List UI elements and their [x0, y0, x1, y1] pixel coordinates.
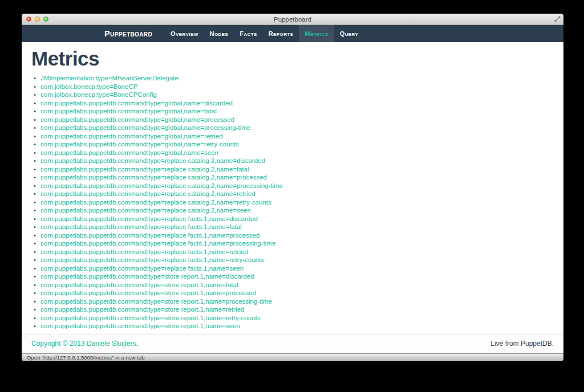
- metric-link[interactable]: com.puppetlabs.puppetdb.command:type=sto…: [40, 273, 254, 280]
- metric-link[interactable]: com.puppetlabs.puppetdb.command:type=sto…: [40, 306, 244, 313]
- metric-link[interactable]: com.puppetlabs.puppetdb.command:type=sto…: [40, 281, 238, 288]
- nav-item-nodes[interactable]: Nodes: [204, 25, 234, 42]
- metric-link[interactable]: com.puppetlabs.puppetdb.command:type=rep…: [40, 223, 242, 230]
- resize-icon[interactable]: [554, 16, 561, 22]
- metric-list-item: com.puppetlabs.puppetdb.command:type=rep…: [34, 264, 554, 273]
- copyright-text: Copyright © 2013 Daniele Sluijters.: [31, 340, 138, 348]
- metric-list-item: com.jolbox.bonecp:type=BoneCP: [34, 83, 554, 91]
- metric-list-item: com.puppetlabs.puppetdb.command:type=sto…: [34, 272, 554, 281]
- metric-link[interactable]: com.puppetlabs.puppetdb.command:type=sto…: [40, 289, 256, 296]
- metric-link[interactable]: com.puppetlabs.puppetdb.command:type=rep…: [40, 240, 275, 247]
- metric-list-item: JMImplementation:type=MBeanServerDelegat…: [34, 74, 554, 83]
- metric-link[interactable]: com.puppetlabs.puppetdb.command:type=rep…: [40, 256, 264, 263]
- metric-link[interactable]: com.puppetlabs.puppetdb.command:type=rep…: [40, 157, 265, 164]
- metric-list-item: com.puppetlabs.puppetdb.command:type=sto…: [34, 289, 554, 297]
- nav-item-facts[interactable]: Facts: [234, 25, 263, 42]
- metric-link[interactable]: com.puppetlabs.puppetdb.command:type=glo…: [40, 116, 234, 123]
- metric-list-item: com.puppetlabs.puppetdb.command:type=rep…: [34, 256, 554, 264]
- metric-list-item: com.puppetlabs.puppetdb.command:type=sto…: [34, 322, 554, 330]
- metric-list-item: com.puppetlabs.puppetdb.command:type=rep…: [34, 165, 554, 174]
- nav-item-reports[interactable]: Reports: [263, 25, 299, 42]
- metric-list-item: com.puppetlabs.puppetdb.command:type=rep…: [34, 173, 554, 182]
- metric-list-item: com.puppetlabs.puppetdb.command:type=sto…: [34, 297, 554, 306]
- page-title: Metrics: [31, 47, 554, 70]
- metric-list-item: com.puppetlabs.puppetdb.command:type=glo…: [34, 132, 554, 141]
- metric-link[interactable]: com.puppetlabs.puppetdb.command:type=rep…: [40, 215, 258, 222]
- window-titlebar[interactable]: Puppetboard: [22, 14, 563, 25]
- metric-link[interactable]: com.puppetlabs.puppetdb.command:type=glo…: [40, 100, 233, 107]
- metric-link[interactable]: com.puppetlabs.puppetdb.command:type=rep…: [40, 232, 259, 239]
- metric-list-item: com.puppetlabs.puppetdb.command:type=rep…: [34, 206, 554, 215]
- metric-link[interactable]: com.puppetlabs.puppetdb.command:type=rep…: [40, 207, 251, 214]
- metric-link[interactable]: com.puppetlabs.puppetdb.command:type=glo…: [40, 133, 223, 140]
- nav-item-metrics[interactable]: Metrics: [299, 25, 334, 42]
- metric-list-item: com.puppetlabs.puppetdb.command:type=glo…: [34, 124, 554, 132]
- metric-list-item: com.puppetlabs.puppetdb.command:type=rep…: [34, 215, 554, 223]
- metric-list-item: com.puppetlabs.puppetdb.command:type=sto…: [34, 281, 554, 289]
- metric-link[interactable]: com.puppetlabs.puppetdb.command:type=rep…: [40, 166, 249, 173]
- metric-list-item: com.puppetlabs.puppetdb.command:type=sto…: [34, 314, 554, 322]
- status-bar: Open “http://127.0.0.1:5000/metrics” in …: [22, 353, 563, 361]
- metric-list-item: com.jolbox.bonecp:type=BoneCPConfig: [34, 91, 554, 99]
- metric-link[interactable]: com.puppetlabs.puppetdb.command:type=glo…: [40, 149, 218, 156]
- metric-list-item: com.puppetlabs.puppetdb.command:type=rep…: [34, 223, 554, 231]
- metric-link[interactable]: com.puppetlabs.puppetdb.command:type=sto…: [40, 322, 240, 329]
- metric-link[interactable]: JMImplementation:type=MBeanServerDelegat…: [40, 75, 179, 81]
- metric-list-item: com.puppetlabs.puppetdb.command:type=glo…: [34, 149, 554, 157]
- navbar: Puppetboard Overview Nodes Facts Reports…: [22, 25, 563, 42]
- metric-list-item: com.puppetlabs.puppetdb.command:type=glo…: [34, 107, 554, 116]
- footer: Copyright © 2013 Daniele Sluijters. Live…: [22, 334, 563, 353]
- metric-link[interactable]: com.puppetlabs.puppetdb.command:type=sto…: [40, 315, 260, 321]
- nav-item-overview[interactable]: Overview: [165, 25, 204, 42]
- metric-list-item: com.puppetlabs.puppetdb.command:type=rep…: [34, 198, 554, 207]
- metric-link[interactable]: com.puppetlabs.puppetdb.command:type=rep…: [40, 265, 244, 272]
- metric-link[interactable]: com.puppetlabs.puppetdb.command:type=glo…: [40, 108, 217, 115]
- app-window: Puppetboard Puppetboard Overview Nodes F…: [22, 14, 563, 361]
- metric-link[interactable]: com.jolbox.bonecp:type=BoneCP: [40, 83, 137, 90]
- metric-list-item: com.puppetlabs.puppetdb.command:type=rep…: [34, 157, 554, 165]
- metric-list-item: com.puppetlabs.puppetdb.command:type=sto…: [34, 305, 554, 314]
- metric-link[interactable]: com.puppetlabs.puppetdb.command:type=sto…: [40, 298, 272, 305]
- metric-list-item: com.puppetlabs.puppetdb.command:type=rep…: [34, 182, 554, 190]
- metric-list-item: com.puppetlabs.puppetdb.command:type=rep…: [34, 239, 554, 248]
- metric-list-item: com.puppetlabs.puppetdb.command:type=glo…: [34, 99, 554, 108]
- metric-link[interactable]: com.puppetlabs.puppetdb.command:type=rep…: [40, 174, 267, 181]
- copyright-link[interactable]: Copyright © 2013 Daniele Sluijters: [31, 340, 136, 348]
- copyright-period: .: [136, 340, 138, 348]
- navbar-brand[interactable]: Puppetboard: [104, 25, 152, 42]
- live-from-puppetdb-text: Live from PuppetDB.: [490, 340, 554, 348]
- metric-link[interactable]: com.puppetlabs.puppetdb.command:type=glo…: [40, 141, 239, 148]
- metric-list-item: com.puppetlabs.puppetdb.command:type=rep…: [34, 248, 554, 256]
- main-content: Metrics JMImplementation:type=MBeanServe…: [22, 42, 563, 334]
- metrics-list: JMImplementation:type=MBeanServerDelegat…: [31, 74, 554, 330]
- metric-link[interactable]: com.puppetlabs.puppetdb.command:type=glo…: [40, 124, 250, 131]
- metric-link[interactable]: com.puppetlabs.puppetdb.command:type=rep…: [40, 182, 283, 189]
- metric-link[interactable]: com.jolbox.bonecp:type=BoneCPConfig: [40, 91, 157, 98]
- metric-link[interactable]: com.puppetlabs.puppetdb.command:type=rep…: [40, 190, 256, 197]
- nav-item-query[interactable]: Query: [334, 25, 364, 42]
- metric-list-item: com.puppetlabs.puppetdb.command:type=glo…: [34, 140, 554, 149]
- window-title: Puppetboard: [22, 16, 563, 23]
- metric-link[interactable]: com.puppetlabs.puppetdb.command:type=rep…: [40, 199, 271, 206]
- metric-link[interactable]: com.puppetlabs.puppetdb.command:type=rep…: [40, 248, 248, 255]
- metric-list-item: com.puppetlabs.puppetdb.command:type=rep…: [34, 190, 554, 198]
- metric-list-item: com.puppetlabs.puppetdb.command:type=rep…: [34, 231, 554, 240]
- metric-list-item: com.puppetlabs.puppetdb.command:type=glo…: [34, 116, 554, 124]
